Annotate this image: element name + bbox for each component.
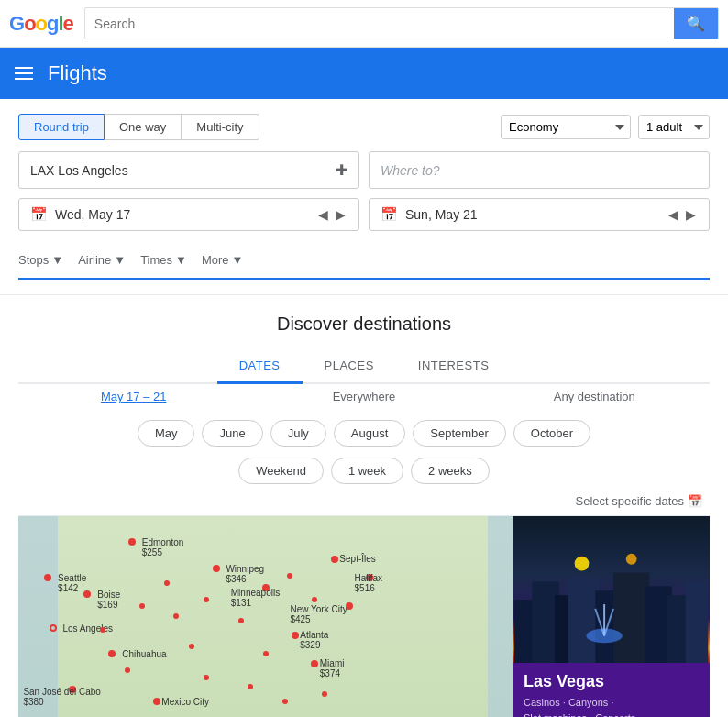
city-label-chihuahua: Chihuahua [122, 649, 166, 659]
pill-october[interactable]: October [513, 420, 590, 447]
menu-button[interactable] [15, 67, 33, 80]
date-return-prev-button[interactable]: ◀ [667, 207, 680, 222]
svg-point-10 [626, 554, 637, 565]
filters-row: Stops ▼ Airline ▼ Times ▼ More ▼ [18, 246, 710, 280]
passengers-select[interactable]: 1 adult 2 adults 3 adults [638, 115, 710, 139]
return-date-value: Sun, May 21 [405, 207, 478, 222]
month-pills: May June July August September October [18, 420, 710, 447]
depart-date-input[interactable]: 📅 Wed, May 17 ◀ ▶ [18, 198, 359, 231]
map-background: Edmonton $255 Winnipeg $346 Sept-Îles S [18, 516, 513, 717]
date-return-next-button[interactable]: ▶ [684, 207, 698, 222]
select-dates-row: Select specific dates 📅 [18, 493, 710, 508]
svg-rect-8 [686, 581, 709, 663]
more-label: More [202, 253, 229, 267]
pill-august[interactable]: August [334, 420, 405, 447]
featured-card[interactable]: Las Vegas Casinos · Canyons ·Slot machin… [513, 516, 710, 717]
tab-dates[interactable]: DATES [217, 349, 303, 384]
places-sub-label: Everywhere [248, 390, 479, 403]
from-value: LAX Los Angeles [30, 163, 128, 178]
times-filter[interactable]: Times ▼ [140, 253, 187, 267]
discover-section: Discover destinations DATES PLACES INTER… [0, 294, 728, 717]
interests-sub-label: Any destination [480, 390, 710, 403]
one-way-button[interactable]: One way [105, 114, 182, 140]
search-input[interactable] [85, 11, 674, 37]
map-container[interactable]: Edmonton $255 Winnipeg $346 Sept-Îles S [18, 516, 513, 717]
city-dot-extra13 [322, 691, 327, 697]
city-label-sanjose: San José del Cabo $380 [23, 687, 101, 707]
city-label-edmonton: Edmonton $255 [142, 537, 184, 557]
search-bar[interactable]: 🔍 [84, 7, 719, 39]
city-dot-extra7 [189, 644, 194, 649]
city-dot-boise [83, 590, 91, 598]
search-button[interactable]: 🔍 [674, 8, 718, 39]
more-filter[interactable]: More ▼ [202, 253, 244, 267]
duration-pills: Weekend 1 week 2 weeks [18, 458, 710, 484]
city-dot-extra5 [312, 597, 317, 602]
to-placeholder: Where to? [381, 163, 440, 178]
to-input[interactable]: Where to? [369, 151, 710, 189]
city-dot-extra11 [248, 684, 253, 689]
pill-weekend[interactable]: Weekend [238, 458, 324, 484]
city-dot-miami [311, 660, 318, 667]
route-row: LAX Los Angeles ✚ Where to? [18, 151, 710, 189]
pill-2weeks[interactable]: 2 weeks [411, 458, 490, 484]
select-specific-dates-link[interactable]: Select specific dates 📅 [575, 494, 702, 508]
trip-type-row: Round trip One way Multi-city Economy Pr… [18, 114, 710, 140]
times-label: Times [140, 253, 172, 267]
city-label-boise: Boise $169 [97, 590, 120, 610]
featured-city-desc: Casinos · Canyons ·Slot machines · Conce… [524, 695, 699, 717]
top-search-bar: Google 🔍 [0, 0, 728, 48]
pill-july[interactable]: July [270, 420, 326, 447]
calendar-small-icon: 📅 [688, 494, 702, 508]
city-dot-winnipeg [213, 565, 220, 572]
city-dot-extra8 [263, 651, 269, 656]
date-next-button[interactable]: ▶ [334, 207, 347, 222]
discover-tabs: DATES PLACES INTERESTS [18, 349, 710, 384]
city-dot-mexicocity [153, 698, 160, 705]
pill-september[interactable]: September [413, 420, 506, 447]
city-dot-extra4 [204, 597, 209, 602]
trip-buttons: Round trip One way Multi-city [18, 114, 259, 140]
city-dot-extra6 [100, 627, 105, 633]
city-dot-edmonton [128, 538, 136, 546]
city-label-septiles: Sept-Îles [339, 554, 375, 564]
class-select[interactable]: Economy Premium Economy Business First [501, 115, 631, 139]
featured-card-text: Las Vegas Casinos · Canyons ·Slot machin… [513, 663, 710, 717]
date-prev-button[interactable]: ◀ [316, 207, 330, 222]
times-chevron: ▼ [175, 253, 187, 267]
calendar-icon-return: 📅 [381, 206, 398, 223]
calendar-icon-depart: 📅 [30, 206, 48, 223]
tab-interests[interactable]: INTERESTS [396, 349, 511, 384]
svg-rect-3 [568, 577, 600, 663]
return-date-input[interactable]: 📅 Sun, May 21 ◀ ▶ [369, 198, 710, 231]
pill-may[interactable]: May [138, 420, 195, 447]
main-content: Round trip One way Multi-city Economy Pr… [0, 99, 728, 294]
city-label-atlanta: Atlanta $329 [300, 630, 328, 650]
dates-sub-label: May 17 – 21 [18, 390, 248, 403]
multi-city-button[interactable]: Multi-city [182, 114, 259, 140]
tab-places[interactable]: PLACES [303, 349, 396, 384]
city-dot-extra3 [238, 618, 244, 623]
map-card-area: Edmonton $255 Winnipeg $346 Sept-Îles S [18, 515, 710, 717]
city-label-mexicocity: Mexico City [161, 697, 209, 707]
city-dot-extra14 [164, 580, 170, 586]
class-pax: Economy Premium Economy Business First 1… [501, 115, 710, 139]
city-dot-chihuahua [108, 650, 116, 657]
stops-label: Stops [18, 253, 49, 267]
city-dot-extra1 [139, 603, 145, 609]
featured-city-name: Las Vegas [524, 672, 699, 691]
city-label-winnipeg: Winnipeg $346 [226, 564, 264, 584]
swap-icon[interactable]: ✚ [336, 161, 347, 179]
city-label-miami: Miami $374 [320, 658, 345, 678]
google-logo: Google [9, 12, 73, 36]
airline-filter[interactable]: Airline ▼ [78, 253, 126, 267]
from-input[interactable]: LAX Los Angeles ✚ [18, 151, 359, 189]
stops-filter[interactable]: Stops ▼ [18, 253, 63, 267]
date-row: 📅 Wed, May 17 ◀ ▶ 📅 Sun, May 21 ◀ ▶ [18, 198, 710, 231]
pill-june[interactable]: June [202, 420, 262, 447]
pill-1week[interactable]: 1 week [331, 458, 403, 484]
city-dot-extra15 [287, 573, 292, 579]
round-trip-button[interactable]: Round trip [18, 114, 105, 140]
city-label-nyc: New York City $425 [290, 604, 347, 624]
more-chevron: ▼ [232, 253, 244, 267]
